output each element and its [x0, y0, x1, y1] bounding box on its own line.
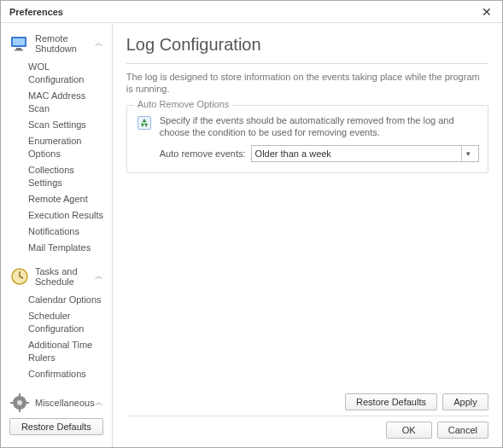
sidebar-item-mac-address-scan[interactable]: MAC Address Scan [26, 88, 108, 117]
section-label: Remote Shutdown [35, 33, 95, 54]
auto-remove-label: Auto remove events: [160, 148, 246, 159]
titlebar: Preferences ✕ [1, 1, 502, 23]
sidebar-item-wol-configuration[interactable]: WOL Configuration [26, 59, 108, 88]
page-description: The log is designed to store information… [126, 71, 488, 95]
auto-remove-select[interactable]: Older than a week ▾ [251, 145, 479, 162]
sidebar-item-mail-templates[interactable]: Mail Templates [26, 240, 108, 256]
sidebar-item-enumeration-options[interactable]: Enumeration Options [26, 133, 108, 162]
gear-icon [9, 393, 30, 413]
divider [126, 63, 488, 64]
cancel-button[interactable]: Cancel [437, 422, 488, 439]
sidebar-item-notifications[interactable]: Notifications [26, 224, 108, 240]
section-label: Tasks and Schedule [35, 266, 95, 287]
chevron-up-icon: ︿ [95, 38, 103, 49]
fieldset-hint: Specify if the events should be automati… [160, 114, 479, 138]
section-remote-shutdown[interactable]: Remote Shutdown ︿ [4, 30, 108, 57]
sidebar-item-collections-settings[interactable]: Collections Settings [26, 162, 108, 191]
sidebar-item-calendar-options[interactable]: Calendar Options [26, 292, 108, 308]
svg-rect-9 [19, 393, 20, 397]
svg-rect-11 [10, 402, 14, 404]
svg-point-8 [17, 400, 22, 405]
monitor-icon [9, 33, 30, 54]
ok-button[interactable]: OK [386, 422, 432, 439]
sidebar-item-remote-agent[interactable]: Remote Agent [26, 191, 108, 207]
restore-defaults-sidebar-button[interactable]: Restore Defaults [9, 418, 103, 435]
fieldset-legend: Auto Remove Options [134, 99, 233, 109]
window-title: Preferences [9, 7, 63, 17]
section-label: Miscellaneous [35, 398, 95, 408]
page-title: Log Configuration [126, 35, 488, 55]
sidebar-item-scheduler-configuration[interactable]: Scheduler Configuration [26, 308, 108, 337]
sidebar-item-confirmations[interactable]: Confirmations [26, 366, 108, 382]
svg-rect-1 [13, 38, 25, 45]
recycle-icon [136, 114, 153, 131]
sidebar-item-additional-time-rulers[interactable]: Additional Time Rulers [26, 337, 108, 366]
section-tasks-and-schedule[interactable]: Tasks and Schedule ︿ [4, 263, 108, 290]
auto-remove-value: Older than a week [255, 148, 461, 159]
svg-rect-2 [16, 48, 21, 49]
sidebar: Remote Shutdown ︿ WOL Configuration MAC … [1, 23, 113, 447]
main-panel: Log Configuration The log is designed to… [113, 23, 502, 447]
clock-icon [9, 266, 30, 287]
chevron-up-icon: ︿ [95, 397, 103, 409]
svg-rect-13 [137, 117, 150, 130]
section-miscellaneous[interactable]: Miscellaneous ︿ [4, 389, 108, 413]
svg-rect-12 [26, 402, 29, 404]
chevron-down-icon: ▾ [461, 146, 475, 161]
auto-remove-fieldset: Auto Remove Options Specify if the event… [126, 105, 488, 173]
sidebar-item-scan-settings[interactable]: Scan Settings [26, 117, 108, 133]
svg-rect-3 [15, 49, 23, 51]
chevron-up-icon: ︿ [95, 271, 103, 282]
sidebar-item-execution-results[interactable]: Execution Results [26, 207, 108, 224]
restore-defaults-button[interactable]: Restore Defaults [345, 393, 437, 410]
close-icon[interactable]: ✕ [478, 6, 495, 18]
apply-button[interactable]: Apply [442, 393, 488, 410]
svg-rect-10 [19, 409, 20, 412]
